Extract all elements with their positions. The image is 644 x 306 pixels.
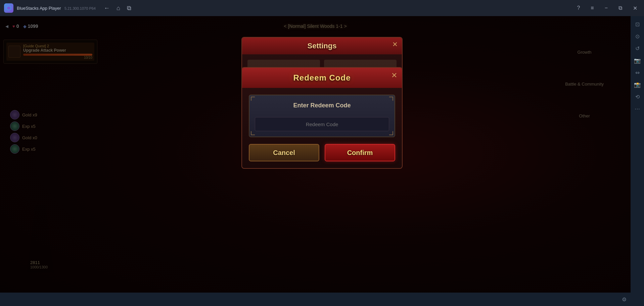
corner-tl — [251, 97, 255, 101]
titlebar-controls: ? ≡ − ⧉ ✕ — [574, 4, 640, 13]
corner-bl — [251, 131, 255, 135]
titlebar: BlueStacks App Player 5.21.300.1070 P64 … — [0, 0, 644, 16]
back-button[interactable]: ← — [104, 5, 110, 12]
redeem-code-input[interactable] — [255, 117, 389, 131]
bottom-bar: ⚙ — [0, 293, 631, 306]
windows-button[interactable]: ⧉ — [127, 5, 131, 12]
app-name: BlueStacks App Player 5.21.300.1070 P64 — [17, 5, 96, 11]
sidebar-icon-8[interactable]: ⋯ — [632, 103, 643, 114]
corner-br — [389, 131, 393, 135]
minimize-button[interactable]: − — [602, 4, 610, 12]
settings-title: Settings — [308, 42, 337, 50]
settings-header: Settings ✕ — [242, 38, 402, 54]
titlebar-nav: ← ⌂ ⧉ — [104, 5, 131, 12]
redeem-input-label: Enter Redeem Code — [255, 102, 389, 109]
cancel-button[interactable]: Cancel — [249, 144, 319, 161]
sidebar-icon-3[interactable]: ↺ — [632, 43, 643, 54]
confirm-button[interactable]: Confirm — [325, 144, 395, 161]
maximize-button[interactable]: ⧉ — [616, 4, 625, 12]
redeem-header: Redeem Code ✕ — [242, 68, 402, 88]
right-sidebar: ⊡ ⊙ ↺ 📷 ⇔ 📸 ⟲ ⋯ — [631, 16, 644, 306]
sidebar-icon-6[interactable]: 📸 — [632, 79, 643, 90]
home-button[interactable]: ⌂ — [117, 5, 120, 12]
settings-bottom-button[interactable]: ⚙ — [622, 296, 627, 303]
redeem-title: Redeem Code — [293, 73, 351, 82]
sidebar-icon-7[interactable]: ⟲ — [632, 91, 643, 102]
sidebar-icon-2[interactable]: ⊙ — [632, 31, 643, 42]
bluestacks-logo — [4, 3, 13, 13]
redeem-body: Enter Redeem Code Cancel Confirm — [242, 88, 402, 168]
corner-tr — [389, 97, 393, 101]
redeem-dialog: Redeem Code ✕ Enter Redeem Code Cancel C… — [241, 67, 403, 169]
settings-close-button[interactable]: ✕ — [392, 40, 398, 48]
redeem-close-button[interactable]: ✕ — [391, 71, 397, 80]
sidebar-icon-4[interactable]: 📷 — [632, 55, 643, 66]
sidebar-icon-1[interactable]: ⊡ — [632, 19, 643, 30]
close-button[interactable]: ✕ — [630, 4, 640, 13]
redeem-input-area: Enter Redeem Code — [249, 95, 395, 137]
menu-button[interactable]: ≡ — [588, 4, 596, 12]
sidebar-icon-5[interactable]: ⇔ — [632, 67, 643, 78]
help-button[interactable]: ? — [574, 4, 583, 12]
redeem-action-buttons: Cancel Confirm — [249, 144, 395, 161]
